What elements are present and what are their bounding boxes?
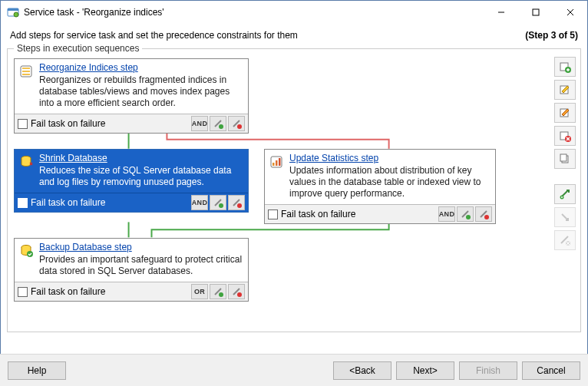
fail-task-label: Fail task on failure xyxy=(281,209,355,219)
close-button[interactable] xyxy=(553,1,587,24)
svg-rect-1 xyxy=(8,8,18,11)
edit-step-button[interactable] xyxy=(554,80,576,100)
svg-rect-4 xyxy=(533,9,539,15)
remove-constraint-button[interactable] xyxy=(228,116,245,131)
svg-rect-28 xyxy=(276,160,278,166)
add-constraint-button[interactable] xyxy=(210,195,226,210)
step-title-link[interactable]: Backup Database step xyxy=(39,242,132,252)
back-button[interactable]: <Back xyxy=(333,361,391,380)
svg-rect-27 xyxy=(273,163,275,166)
svg-point-35 xyxy=(237,292,242,297)
fail-task-label: Fail task on failure xyxy=(31,197,105,208)
fail-task-label: Fail task on failure xyxy=(31,286,105,297)
wizard-step-indicator: (Step 3 of 5) xyxy=(525,30,578,41)
step-description: Provides an important safeguard to prote… xyxy=(39,254,243,277)
fail-task-checkbox[interactable]: Fail task on failure xyxy=(18,197,105,208)
edit-step-alt-button[interactable] xyxy=(554,103,576,123)
database-shrink-icon xyxy=(19,154,35,170)
statistics-icon xyxy=(269,154,285,170)
step-backup-database[interactable]: Backup Database step Provides an importa… xyxy=(14,238,249,302)
step-update-statistics[interactable]: Update Statistics step Updates informati… xyxy=(264,149,496,224)
svg-point-2 xyxy=(14,12,18,17)
step-title-link[interactable]: Reorganize Indices step xyxy=(39,62,138,73)
svg-point-24 xyxy=(219,203,223,208)
step-shrink-database[interactable]: Shrink Database Reduces the size of SQL … xyxy=(14,149,249,213)
combine-mode-button[interactable]: OR xyxy=(191,284,208,299)
combine-mode-button[interactable]: AND xyxy=(438,206,455,222)
add-constraint-button[interactable] xyxy=(457,206,474,222)
fail-task-checkbox[interactable]: Fail task on failure xyxy=(268,209,355,219)
svg-point-25 xyxy=(237,203,242,208)
step-description: Reorganizes or rebuilds fragmented indic… xyxy=(39,74,243,109)
svg-rect-18 xyxy=(22,68,30,69)
app-icon xyxy=(7,6,19,18)
wizard-instruction: Add steps for service task and set the p… xyxy=(10,30,298,41)
svg-point-21 xyxy=(219,124,223,129)
database-backup-icon xyxy=(19,243,35,259)
remove-constraint-button[interactable] xyxy=(475,206,492,222)
remove-constraint-button[interactable] xyxy=(228,284,245,299)
step-title-link[interactable]: Shrink Database xyxy=(39,153,107,163)
copy-step-button[interactable] xyxy=(554,149,576,169)
help-button[interactable]: Help xyxy=(8,361,66,380)
fail-task-checkbox[interactable]: Fail task on failure xyxy=(18,286,105,297)
maximize-button[interactable] xyxy=(518,1,553,24)
add-constraint-button[interactable] xyxy=(210,116,226,131)
side-toolbar xyxy=(554,57,577,250)
delete-step-button[interactable] xyxy=(554,126,576,146)
steps-groupbox: Steps in execution sequences xyxy=(7,48,581,332)
svg-point-33 xyxy=(27,251,33,257)
svg-point-31 xyxy=(484,215,489,219)
cancel-button[interactable]: Cancel xyxy=(522,361,580,380)
svg-rect-14 xyxy=(560,154,567,161)
window-title: Service task - 'Reorganize indices' xyxy=(24,7,484,18)
flow-canvas[interactable]: Reorganize Indices step Reorganizes or r… xyxy=(14,58,550,325)
minimize-button[interactable] xyxy=(484,1,518,24)
wizard-button-bar: Help <Back Next> Finish Cancel xyxy=(0,354,588,386)
remove-constraint-button[interactable] xyxy=(228,195,245,210)
fail-task-label: Fail task on failure xyxy=(31,118,105,129)
titlebar: Service task - 'Reorganize indices' xyxy=(1,1,587,24)
step-description: Updates information about distribution o… xyxy=(289,165,491,200)
add-step-button[interactable] xyxy=(554,57,576,77)
svg-point-34 xyxy=(219,292,223,297)
fail-task-checkbox[interactable]: Fail task on failure xyxy=(18,118,105,129)
svg-point-22 xyxy=(237,124,242,129)
step-description: Reduces the size of SQL Server database … xyxy=(39,165,243,188)
svg-rect-19 xyxy=(22,71,30,72)
svg-point-30 xyxy=(466,215,471,219)
step-reorganize-indices[interactable]: Reorganize Indices step Reorganizes or r… xyxy=(14,58,249,134)
step-title-link[interactable]: Update Statistics step xyxy=(289,153,378,163)
combine-mode-button[interactable]: AND xyxy=(191,116,208,131)
finish-button: Finish xyxy=(459,361,517,380)
remove-link-button xyxy=(554,230,576,250)
link-down-button xyxy=(554,207,576,227)
combine-mode-button[interactable]: AND xyxy=(191,195,208,210)
next-button[interactable]: Next> xyxy=(396,361,454,380)
add-constraint-button[interactable] xyxy=(210,284,226,299)
svg-rect-20 xyxy=(22,74,30,75)
svg-rect-29 xyxy=(279,158,281,166)
groupbox-label: Steps in execution sequences xyxy=(14,43,142,54)
reorganize-icon xyxy=(19,64,35,79)
add-link-button[interactable] xyxy=(554,184,576,204)
